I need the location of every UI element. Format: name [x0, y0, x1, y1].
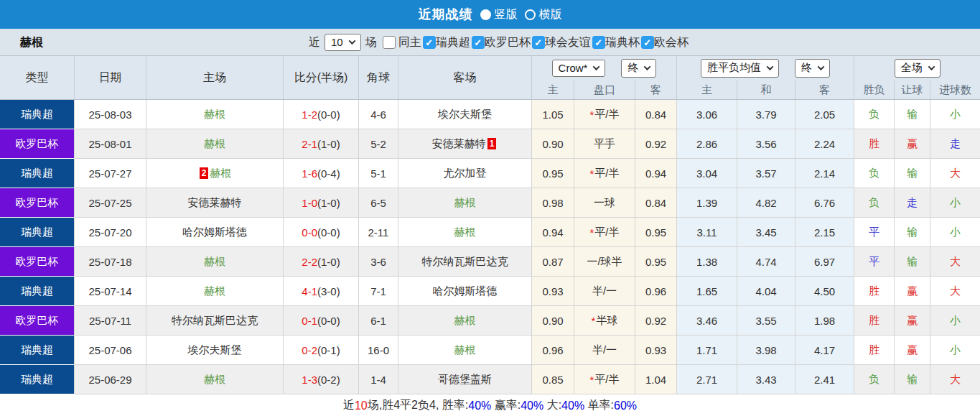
away-cell: 赫根 [398, 188, 532, 218]
mean-away: 2.24 [795, 129, 854, 159]
table-row: 瑞典超 25-07-27 2 赫根 1-6 (0-4) 5-1 尤尔加登 0.9… [0, 159, 980, 188]
result-cell: 平 [854, 247, 895, 277]
league-checkbox[interactable]: ✓ [472, 36, 485, 49]
half-time-score: (0-0) [317, 226, 340, 239]
odds-away: 0.93 [635, 336, 677, 365]
chevron-down-icon [767, 63, 774, 70]
away-red-card-badge: 1 [487, 138, 497, 149]
result-cell: 胜 [854, 336, 895, 365]
league-filter-item[interactable]: ✓欧会杯 [640, 35, 689, 50]
goals-result-cell: 小 [930, 218, 980, 247]
league-filter-item[interactable]: ✓瑞典杯 [591, 35, 640, 50]
full-time-score: 0-0 [302, 226, 317, 239]
layout-radio-horizontal[interactable]: 横版 [525, 7, 562, 22]
table-row: 欧罗巴杯 25-08-01 赫根 2-1 (1-0) 5-2 安德莱赫特 1 0… [0, 129, 980, 159]
odds-group-header: Crow* 终 [532, 56, 677, 80]
handicap-result-cell: 输 [895, 159, 930, 188]
away-team-name: 特尔纳瓦斯巴达克 [422, 255, 508, 269]
away-team-name: 哈尔姆斯塔德 [433, 285, 498, 298]
league-cell: 瑞典超 [0, 336, 75, 365]
full-time-score: 1-0 [302, 197, 317, 209]
same-home-label: 同主 [398, 35, 421, 50]
full-time-score: 2-1 [302, 138, 317, 150]
league-checkbox[interactable]: ✓ [592, 36, 605, 49]
table-row: 瑞典超 25-06-29 赫根 1-3 (0-2) 1-4 哥德堡盖斯 0.85… [0, 365, 980, 394]
result-cell: 胜 [854, 129, 895, 159]
handicap-result-cell: 输 [895, 100, 930, 129]
sub-header-odds-away: 客 [635, 80, 677, 99]
radio-selected-icon[interactable] [480, 9, 491, 20]
away-team-name: 赫根 [454, 196, 476, 210]
col-header-home: 主场 [146, 56, 284, 99]
summary-profit-rate: 40% [521, 399, 543, 412]
col-header-score: 比分(半场) [284, 56, 359, 99]
same-home-checkbox[interactable] [383, 36, 396, 49]
handicap-cell: * 平/半 [574, 218, 635, 247]
home-cell: 特尔纳瓦斯巴达克 [146, 306, 284, 336]
away-cell: 特尔纳瓦斯巴达克 [398, 247, 532, 277]
handicap-star: * [592, 315, 596, 327]
half-time-score: (0-2) [317, 374, 340, 386]
league-filter-item[interactable]: ✓球会友谊 [531, 35, 591, 50]
near-label: 近 [309, 35, 320, 50]
chevron-down-icon [818, 63, 825, 70]
handicap-star: * [589, 226, 594, 239]
half-time-score: (0-4) [317, 167, 340, 180]
away-cell: 赫根 [398, 218, 532, 247]
league-checkbox[interactable]: ✓ [423, 36, 436, 49]
scope-select[interactable]: 全场 [895, 59, 941, 78]
score-cell: 2-2 (1-0) [284, 247, 359, 277]
match-date: 25-07-18 [75, 247, 146, 277]
home-team-name: 赫根 [204, 255, 225, 269]
sub-header-handicap-result: 让球 [895, 80, 930, 99]
odds-company-select[interactable]: Crow* [552, 60, 606, 77]
summary-text: 赢率: [491, 398, 521, 413]
mean-draw: 4.04 [737, 277, 795, 306]
mean-away: 2.05 [795, 100, 854, 129]
summary-count: 10 [355, 399, 368, 412]
score-cell: 2-1 (1-0) [284, 129, 359, 159]
odds-away: 0.94 [635, 159, 677, 188]
handicap-result-cell: 赢 [895, 306, 930, 336]
chevron-down-icon [593, 63, 600, 70]
full-time-score: 4-1 [302, 285, 317, 297]
odds-away: 0.95 [635, 247, 677, 277]
half-time-score: (0-0) [317, 315, 340, 327]
mean-group-header: 胜平负均值 终 [677, 56, 854, 80]
mean-time-select[interactable]: 终 [795, 59, 830, 78]
score-cell: 0-2 (0-1) [284, 336, 359, 365]
games-label: 场 [365, 35, 377, 50]
sub-header-result: 胜负 [854, 80, 895, 99]
match-count-select[interactable]: 10 [325, 34, 361, 51]
mean-draw: 3.57 [737, 159, 795, 188]
league-checkbox[interactable]: ✓ [641, 36, 654, 49]
handicap-cell: * 平/半 [574, 159, 635, 188]
handicap-cell: 一/球半 [574, 247, 635, 277]
result-cell: 胜 [854, 277, 895, 306]
home-team-name: 赫根 [210, 167, 231, 180]
league-label: 欧罗巴杯 [485, 35, 531, 50]
radio-unselected-icon[interactable] [525, 9, 536, 20]
mean-metric-select[interactable]: 胜平负均值 [701, 59, 779, 78]
table-row: 瑞典超 25-07-20 哈尔姆斯塔德 0-0 (0-0) 2-11 赫根 0.… [0, 218, 980, 247]
table-row: 瑞典超 25-07-06 埃尔夫斯堡 0-2 (0-1) 16-0 赫根 0.9… [0, 336, 980, 365]
match-date: 25-08-03 [75, 100, 146, 129]
league-filter-item[interactable]: ✓瑞典超 [421, 35, 470, 50]
result-cell: 负 [854, 188, 895, 218]
league-checkbox[interactable]: ✓ [532, 36, 545, 49]
league-filter-item[interactable]: ✓欧罗巴杯 [470, 35, 531, 50]
layout-radio-vertical[interactable]: 竖版 [480, 7, 518, 22]
handicap-cell: * 平/半 [574, 365, 635, 394]
away-cell: 安德莱赫特 1 [398, 129, 532, 159]
league-cell: 欧罗巴杯 [0, 129, 75, 159]
home-team-name: 赫根 [204, 285, 225, 298]
odds-home: 0.85 [532, 365, 574, 394]
away-team-name: 赫根 [454, 226, 476, 239]
league-cell: 瑞典超 [0, 365, 75, 394]
home-team-name: 赫根 [204, 373, 225, 387]
mean-metric-value: 胜平负均值 [707, 61, 761, 75]
odds-time-select[interactable]: 终 [621, 59, 656, 78]
goals-result-cell: 大 [930, 247, 980, 277]
half-time-score: (0-0) [317, 108, 340, 121]
home-team-name: 赫根 [204, 108, 225, 121]
